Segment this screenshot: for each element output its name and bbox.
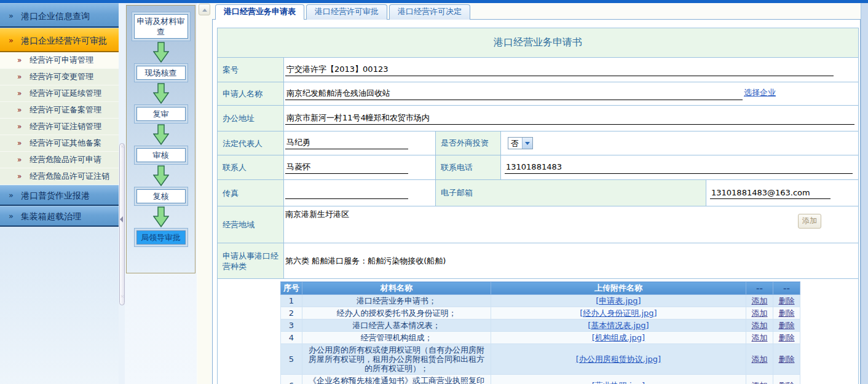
- row-delete-link[interactable]: 删除: [779, 381, 795, 384]
- menu-arrow-icon: [9, 28, 12, 53]
- sidebar-item-label: 港口企业经营许可审批: [21, 36, 107, 45]
- submenu-item-license-application[interactable]: 经营许可申请管理: [0, 52, 119, 69]
- region-add-button[interactable]: 添加: [798, 214, 821, 229]
- menu-arrow-icon: [9, 4, 12, 28]
- col-header-add: --: [746, 282, 773, 295]
- flow-down-arrow-icon: [153, 123, 169, 146]
- phone-input[interactable]: [505, 162, 853, 174]
- workflow-step-site-check[interactable]: 现场核查: [134, 63, 188, 82]
- contact-input[interactable]: [285, 162, 408, 174]
- foreign-invest-select[interactable]: 否: [508, 137, 533, 149]
- workflow-step-label: 局领导审批: [136, 230, 186, 245]
- attachment-file-link[interactable]: [办公用房租赁协议.jpg]: [576, 355, 661, 364]
- tab-license-approval[interactable]: 港口经营许可审批: [306, 4, 387, 20]
- address-input[interactable]: [285, 112, 854, 125]
- workflow-step-audit[interactable]: 审核: [134, 146, 188, 165]
- sidebar-item-label: 港口普货作业报港: [21, 190, 90, 200]
- row-add-link[interactable]: 添加: [752, 321, 768, 330]
- attachments-table: 序号 材料名称 上传附件名称 -- -- 1 港口经营业务申请书； [申请表.j…: [280, 281, 800, 384]
- submenu-item-dangerous-goods-cancel[interactable]: 经营危险品许可证注销: [0, 168, 119, 185]
- submenu-item-license-other-record[interactable]: 经营许可证其他备案: [0, 135, 119, 152]
- row-add-link[interactable]: 添加: [752, 333, 768, 342]
- row-material: 港口经营人基本情况表；: [302, 319, 491, 332]
- flow-down-arrow-icon: [153, 41, 169, 63]
- phone-label: 联系电话: [435, 155, 501, 179]
- attachment-file-link[interactable]: [营业执照.jpg]: [592, 381, 645, 384]
- row-add-link[interactable]: 添加: [752, 296, 768, 305]
- row-delete-link[interactable]: 删除: [779, 321, 795, 330]
- row-delete-link[interactable]: 删除: [779, 355, 795, 364]
- submenu-label: 经营许可证备案管理: [30, 105, 101, 114]
- email-input[interactable]: [710, 187, 831, 199]
- workflow-step-director-approval[interactable]: 局领导审批: [134, 228, 188, 247]
- attachments-header-row: 序号 材料名称 上传附件名称 -- --: [281, 282, 800, 295]
- right-scrollbar-track[interactable]: [861, 3, 868, 384]
- row-add-link[interactable]: 添加: [752, 308, 768, 318]
- fax-input[interactable]: [285, 187, 408, 199]
- legal-rep-label: 法定代表人: [218, 131, 284, 155]
- category-value: 第六类 船舶港口服务：船舶污染物接收(船舶): [285, 256, 446, 267]
- workflow-step-label: 现场核查: [136, 66, 186, 80]
- select-company-link[interactable]: 选择企业: [744, 87, 776, 98]
- attachments-section: 序号 材料名称 上传附件名称 -- -- 1 港口经营业务申请书； [申请表.j…: [218, 279, 858, 384]
- col-header-material: 材料名称: [302, 282, 491, 295]
- attachment-file-link[interactable]: [申请表.jpg]: [596, 296, 641, 305]
- workflow-step-application-review[interactable]: 申请及材料审查: [132, 12, 191, 41]
- col-header-file: 上传附件名称: [491, 282, 746, 295]
- attachment-file-link[interactable]: [基本情况表.jpg]: [588, 321, 649, 330]
- sidebar: 港口企业信息查询 港口企业经营许可审批 经营许可申请管理 经营许可变更管理 经营…: [0, 3, 119, 384]
- sidebar-item-license-approval[interactable]: 港口企业经营许可审批: [0, 28, 119, 52]
- menu-arrow-icon: [9, 186, 12, 205]
- workflow-step-label: 申请及材料审查: [134, 14, 188, 39]
- row-delete-link[interactable]: 删除: [779, 296, 795, 305]
- submenu-label: 经营危险品许可申请: [30, 155, 101, 164]
- row-delete-link[interactable]: 删除: [779, 308, 795, 318]
- workflow-column: 申请及材料审查 现场核查 复审 审核 复核 局领导审批: [125, 3, 197, 384]
- email-label: 电子邮箱: [435, 180, 706, 206]
- submenu-item-dangerous-goods-apply[interactable]: 经营危险品许可申请: [0, 152, 119, 168]
- row-no: 5: [281, 344, 302, 375]
- workflow-step-label: 审核: [136, 148, 186, 162]
- main-area: 港口经营业务申请表 港口经营许可审批 港口经营许可决定 港口经营业务申请书 案号…: [197, 3, 868, 384]
- sidebar-item-port-enterprise-info[interactable]: 港口企业信息查询: [0, 3, 119, 28]
- fax-label: 传真: [218, 180, 284, 206]
- workflow-step-recheck[interactable]: 复核: [134, 187, 188, 206]
- tab-license-decision[interactable]: 港口经营许可决定: [389, 4, 470, 20]
- row-delete-link[interactable]: 删除: [779, 333, 795, 342]
- attachment-file-link[interactable]: [机构组成.jpg]: [592, 333, 645, 342]
- attachment-file-link[interactable]: [经办人身份证明.jpg]: [580, 308, 657, 318]
- submenu-item-license-change[interactable]: 经营许可变更管理: [0, 69, 119, 85]
- dropdown-arrow-icon[interactable]: [522, 138, 532, 149]
- row-no: 6: [281, 375, 302, 384]
- menu-arrow-icon: [17, 102, 20, 118]
- content-panel: 港口经营业务申请书 案号 申请人名称 选择企业 办公地址: [212, 19, 861, 384]
- submenu-item-license-record[interactable]: 经营许可证备案管理: [0, 102, 119, 119]
- menu-arrow-icon: [17, 52, 20, 68]
- sidebar-item-container-overload[interactable]: 集装箱超载治理: [0, 206, 119, 227]
- workflow-step-re-review[interactable]: 复审: [134, 104, 188, 123]
- row-add-link[interactable]: 添加: [752, 381, 768, 384]
- case-no-input[interactable]: [285, 64, 834, 76]
- flow-down-arrow-icon: [153, 206, 169, 228]
- row-material: 经办人的授权委托书及身份证明；: [302, 307, 491, 319]
- sidebar-item-general-cargo-report[interactable]: 港口普货作业报港: [0, 185, 119, 206]
- row-add-link[interactable]: 添加: [752, 355, 768, 364]
- tab-business-application-form[interactable]: 港口经营业务申请表: [215, 4, 304, 20]
- row-no: 3: [281, 319, 302, 332]
- table-row: 6 《企业名称预先核准通知书》或工商营业执照复印件； [营业执照.jpg] 添加…: [281, 375, 800, 384]
- splitter-collapse-icon[interactable]: [120, 216, 123, 222]
- submenu-item-license-cancel[interactable]: 经营许可证注销管理: [0, 119, 119, 135]
- menu-arrow-icon: [17, 152, 20, 168]
- address-label: 办公地址: [218, 106, 284, 131]
- legal-rep-input[interactable]: [285, 137, 408, 149]
- sidebar-splitter[interactable]: [119, 143, 125, 305]
- vertical-scrollbar[interactable]: [198, 3, 211, 384]
- splitter-grip-icon: [120, 146, 124, 152]
- row-no: 1: [281, 295, 302, 307]
- submenu-item-license-renewal[interactable]: 经营许可证延续管理: [0, 85, 119, 102]
- table-row: 5 办公用房的所有权或使用权证明（自有办公用房附房屋所有权证明，租用办公房附租赁…: [281, 344, 800, 375]
- scroll-up-icon[interactable]: [199, 4, 210, 15]
- category-label: 申请从事港口经营种类: [218, 243, 284, 278]
- applicant-input[interactable]: [285, 88, 743, 100]
- row-material: 办公用房的所有权或使用权证明（自有办公用房附房屋所有权证明，租用办公房附租赁合同…: [302, 344, 491, 375]
